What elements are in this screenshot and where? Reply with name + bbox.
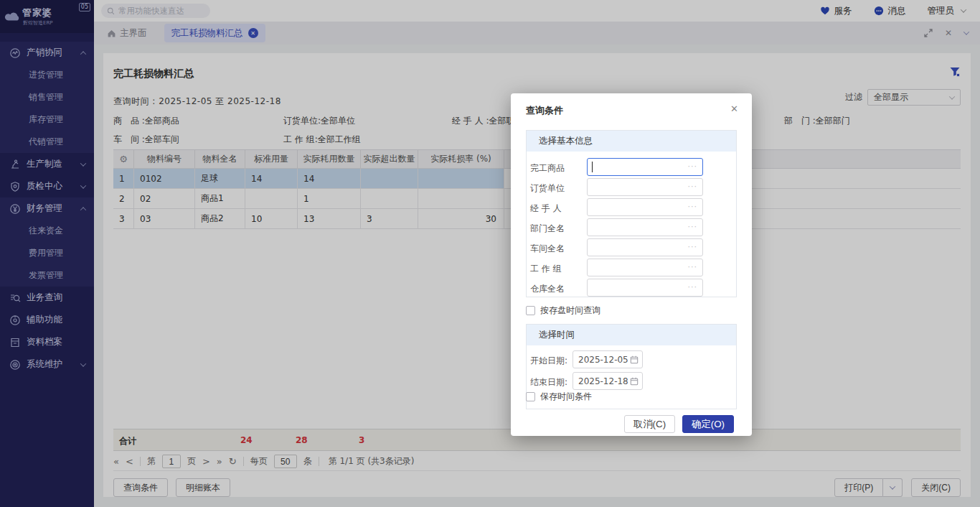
ellipsis-picker-icon[interactable]: ··· xyxy=(688,162,698,171)
checkbox-icon[interactable] xyxy=(526,306,535,315)
workgroup-input[interactable]: ··· xyxy=(587,259,703,276)
section-title: 选择时间 xyxy=(527,325,736,345)
ellipsis-picker-icon[interactable]: ··· xyxy=(688,222,698,231)
handler-input[interactable]: ··· xyxy=(587,198,703,216)
basic-info-section: 选择基本信息 完工商品 ··· 订货单位 ··· 经 手 人 ··· 部门全名 … xyxy=(526,130,737,297)
ellipsis-picker-icon[interactable]: ··· xyxy=(688,242,698,251)
dialog-title: 查询条件 xyxy=(526,104,563,117)
close-icon[interactable]: ✕ xyxy=(727,102,741,116)
query-conditions-dialog: 查询条件 ✕ 选择基本信息 完工商品 ··· 订货单位 ··· 经 手 人 ··… xyxy=(511,93,752,436)
ok-button[interactable]: 确定(O) xyxy=(682,415,734,433)
ellipsis-picker-icon[interactable]: ··· xyxy=(688,202,698,211)
ellipsis-picker-icon[interactable]: ··· xyxy=(688,282,698,292)
calendar-icon xyxy=(630,355,639,364)
calendar-icon xyxy=(630,377,639,386)
checkbox-icon[interactable] xyxy=(526,392,535,401)
workshop-input[interactable]: ··· xyxy=(587,238,703,256)
save-time-checkbox[interactable]: 保存时间条件 xyxy=(526,391,592,403)
department-input[interactable]: ··· xyxy=(587,218,703,236)
ellipsis-picker-icon[interactable]: ··· xyxy=(688,182,698,191)
section-title: 选择基本信息 xyxy=(527,131,736,152)
app-root: 管家婆 辉煌智造ERP 05 产销协同 进货管理 销售管理 库存管理 代销管理 … xyxy=(0,0,980,507)
start-date-picker[interactable]: 2025-12-05 xyxy=(573,350,643,368)
cancel-button[interactable]: 取消(C) xyxy=(624,415,675,433)
storage-time-checkbox[interactable]: 按存盘时间查询 xyxy=(526,304,600,317)
finished-goods-input[interactable]: ··· xyxy=(587,158,703,176)
text-cursor xyxy=(592,162,593,172)
ellipsis-picker-icon[interactable]: ··· xyxy=(688,262,698,271)
end-date-picker[interactable]: 2025-12-18 xyxy=(573,372,643,390)
ordering-unit-input[interactable]: ··· xyxy=(587,178,703,196)
modal-overlay xyxy=(0,0,980,507)
warehouse-input[interactable]: ··· xyxy=(587,279,703,297)
